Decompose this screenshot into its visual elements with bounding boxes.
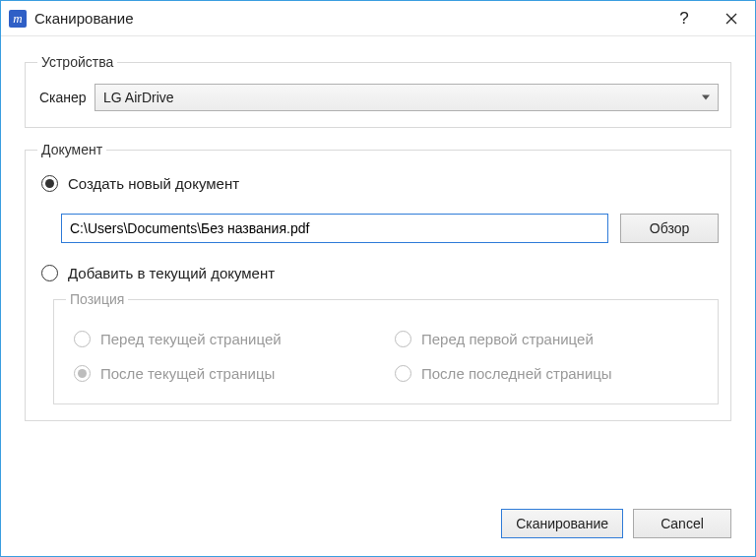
radio-after-current: После текущей страницы bbox=[70, 361, 381, 386]
app-icon: m bbox=[9, 10, 27, 28]
dialog-content: Устройства Сканер LG AirDrive Документ С… bbox=[1, 36, 755, 451]
document-group: Документ Создать новый документ Обзор До… bbox=[25, 142, 731, 421]
scan-button-label: Сканирование bbox=[516, 516, 608, 531]
radio-after-last-label: После последней страницы bbox=[421, 365, 612, 382]
radio-append[interactable]: Добавить в текущий документ bbox=[37, 261, 719, 285]
radio-before-current-label: Перед текущей страницей bbox=[100, 331, 282, 347]
path-row: Обзор bbox=[61, 214, 719, 243]
radio-icon bbox=[395, 331, 411, 347]
browse-button-label: Обзор bbox=[650, 220, 689, 236]
scanner-label: Сканер bbox=[37, 90, 94, 105]
position-group: Позиция Перед текущей страницей Перед пе… bbox=[53, 291, 719, 404]
radio-before-first: Перед первой страницей bbox=[391, 327, 702, 351]
radio-icon bbox=[74, 331, 91, 347]
scan-button[interactable]: Сканирование bbox=[501, 509, 623, 538]
document-legend: Документ bbox=[37, 142, 106, 157]
path-input[interactable] bbox=[61, 214, 608, 243]
position-legend: Позиция bbox=[66, 291, 128, 307]
titlebar: m Сканирование ? bbox=[1, 1, 755, 36]
position-grid: Перед текущей страницей Перед первой стр… bbox=[66, 321, 706, 388]
radio-before-current: Перед текущей страницей bbox=[70, 327, 381, 351]
devices-group: Устройства Сканер LG AirDrive bbox=[25, 54, 731, 128]
scanner-select[interactable]: LG AirDrive bbox=[94, 84, 719, 111]
radio-icon bbox=[74, 365, 91, 382]
window-title: Сканирование bbox=[34, 10, 661, 27]
scanner-value: LG AirDrive bbox=[103, 90, 174, 105]
titlebar-buttons: ? bbox=[661, 1, 755, 35]
help-button[interactable]: ? bbox=[661, 1, 708, 35]
dialog-footer: Сканирование Cancel bbox=[501, 509, 731, 538]
radio-after-current-label: После текущей страницы bbox=[100, 365, 275, 382]
radio-icon bbox=[395, 365, 411, 382]
radio-after-last: После последней страницы bbox=[391, 361, 702, 386]
chevron-down-icon bbox=[702, 95, 710, 100]
cancel-button-label: Cancel bbox=[661, 516, 704, 531]
radio-icon bbox=[41, 265, 58, 281]
radio-create-new-label: Создать новый документ bbox=[68, 175, 239, 192]
browse-button[interactable]: Обзор bbox=[620, 214, 719, 243]
close-icon bbox=[725, 13, 737, 25]
close-button[interactable] bbox=[708, 1, 755, 35]
radio-icon bbox=[41, 175, 58, 192]
scanner-row: Сканер LG AirDrive bbox=[37, 84, 719, 111]
devices-legend: Устройства bbox=[37, 54, 117, 70]
radio-append-label: Добавить в текущий документ bbox=[68, 265, 275, 281]
radio-create-new[interactable]: Создать новый документ bbox=[37, 171, 719, 196]
help-icon: ? bbox=[679, 9, 688, 29]
radio-before-first-label: Перед первой страницей bbox=[421, 331, 594, 347]
cancel-button[interactable]: Cancel bbox=[633, 509, 731, 538]
